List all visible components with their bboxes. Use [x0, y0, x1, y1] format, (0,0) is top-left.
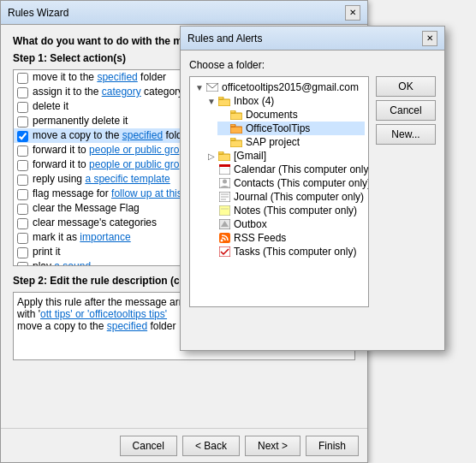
tree-item-contacts[interactable]: ▷ Contacts (This computer only): [205, 176, 365, 190]
choose-folder-label: Choose a folder:: [189, 59, 436, 71]
officetooltips-label: OfficeToolTips: [246, 122, 310, 134]
svg-rect-1: [218, 99, 230, 106]
tree-item-officetooltips[interactable]: ▷ OfficeToolTips: [217, 122, 365, 135]
journal-icon: [217, 191, 231, 203]
documents-label: Documents: [246, 109, 298, 121]
main-close-button[interactable]: ✕: [345, 5, 360, 21]
svg-rect-12: [219, 164, 230, 167]
tree-item-journal[interactable]: ▷ Journal (This computer only): [205, 190, 365, 204]
template-link[interactable]: a specific template: [85, 173, 170, 185]
dialog-title: Rules and Alerts: [187, 33, 262, 45]
svg-rect-5: [230, 127, 242, 134]
inbox-label: Inbox (4): [234, 95, 274, 107]
action-checkbox-8[interactable]: [17, 189, 28, 200]
next-button[interactable]: Next >: [245, 436, 300, 456]
tree-item-inbox[interactable]: ▼ Inbox (4): [205, 94, 365, 108]
tree-item-outbox[interactable]: ▷ Outbox: [205, 217, 365, 231]
outbox-label: Outbox: [234, 218, 267, 230]
svg-rect-10: [218, 151, 223, 154]
svg-rect-24: [219, 233, 230, 243]
svg-rect-4: [230, 110, 235, 113]
tree-item-calendar[interactable]: ▷ Calendar (This computer only): [205, 163, 365, 176]
svg-rect-6: [230, 124, 235, 127]
action-checkbox-6[interactable]: [17, 160, 28, 171]
sap-label: SAP project: [246, 136, 300, 148]
rss-icon: [217, 232, 231, 244]
tasks-icon: [217, 246, 231, 258]
svg-point-25: [220, 240, 223, 242]
dialog-close-button[interactable]: ✕: [422, 31, 437, 46]
action-checkbox-7[interactable]: [17, 175, 28, 186]
finish-button[interactable]: Finish: [306, 436, 359, 456]
title-bar: Rules Wizard ✕: [1, 1, 367, 25]
window-title: Rules Wizard: [8, 7, 68, 19]
tree-item-sap[interactable]: ▷ SAP project: [217, 135, 365, 149]
action-checkbox-0[interactable]: [17, 73, 28, 84]
rss-label: RSS Feeds: [234, 232, 286, 244]
action-checkbox-3[interactable]: [17, 116, 28, 128]
contacts-label: Contacts (This computer only): [234, 177, 369, 189]
ok-button[interactable]: OK: [376, 76, 436, 97]
outbox-icon: [217, 218, 231, 230]
new-button[interactable]: New...: [376, 124, 436, 145]
svg-rect-3: [230, 113, 242, 120]
contacts-icon: [217, 177, 231, 189]
action-checkbox-12[interactable]: [17, 247, 28, 258]
action-checkbox-10[interactable]: [17, 218, 28, 229]
tree-arrow-email: ▼: [193, 83, 205, 92]
specified-folder-link[interactable]: specified: [107, 320, 147, 332]
email-account-icon: [205, 81, 219, 93]
notes-icon: [217, 205, 231, 217]
tasks-label: Tasks (This computer only): [234, 246, 356, 258]
notes-label: Notes (This computer only): [234, 205, 357, 217]
dialog-title-bar: Rules and Alerts ✕: [181, 27, 444, 50]
tips-link[interactable]: ott tips' or 'officetooltips tips': [40, 308, 167, 320]
sap-folder-icon: [229, 136, 243, 148]
action-checkbox-5[interactable]: [17, 145, 28, 157]
importance-link[interactable]: importance: [80, 231, 130, 243]
inbox-folder-icon: [217, 95, 231, 107]
action-checkbox-4[interactable]: [17, 131, 28, 142]
tree-arrow-inbox: ▼: [205, 97, 217, 106]
svg-rect-8: [230, 138, 235, 140]
people-link-1[interactable]: people or public gro: [89, 144, 179, 156]
tree-item-gmail[interactable]: ▷ [Gmail]: [205, 149, 365, 163]
svg-rect-26: [219, 246, 230, 257]
followup-link[interactable]: follow up at this: [111, 187, 182, 199]
email-account-label: officetooltips2015@gmail.com: [222, 81, 359, 93]
dialog-cancel-button[interactable]: Cancel: [376, 100, 436, 121]
svg-rect-20: [219, 205, 230, 216]
officetooltips-folder-icon: [229, 122, 243, 134]
tree-item-documents[interactable]: ▷ Documents: [217, 108, 365, 122]
specified-link-0[interactable]: specified: [97, 71, 137, 83]
gmail-folder-icon: [217, 150, 231, 162]
action-checkbox-13[interactable]: [17, 262, 28, 266]
tree-item-rss[interactable]: ▷ RSS Feeds: [205, 231, 365, 245]
tree-arrow-gmail: ▷: [205, 151, 217, 161]
action-checkbox-1[interactable]: [17, 87, 28, 98]
action-checkbox-9[interactable]: [17, 204, 28, 215]
calendar-label: Calendar (This computer only): [234, 163, 369, 175]
action-checkbox-2[interactable]: [17, 102, 28, 113]
tree-item-email[interactable]: ▼ officetooltips2015@gmail.com: [193, 80, 365, 94]
tree-item-tasks[interactable]: ▷ Tasks (This computer only): [205, 245, 365, 258]
gmail-label: [Gmail]: [234, 150, 266, 162]
people-link-2[interactable]: people or public gro: [89, 158, 179, 170]
category-link[interactable]: category: [102, 86, 141, 98]
tree-item-notes[interactable]: ▷ Notes (This computer only): [205, 204, 365, 217]
action-checkbox-11[interactable]: [17, 233, 28, 244]
journal-label: Journal (This computer only): [234, 191, 364, 203]
cancel-button[interactable]: Cancel: [120, 436, 177, 456]
svg-rect-11: [219, 166, 230, 175]
documents-folder-icon: [229, 109, 243, 121]
rules-alerts-dialog: Rules and Alerts ✕ Choose a folder: ▼ of…: [180, 26, 445, 351]
svg-rect-7: [230, 140, 242, 147]
sound-link[interactable]: a sound: [54, 260, 91, 266]
svg-rect-2: [218, 97, 223, 99]
svg-point-15: [223, 180, 227, 184]
svg-rect-9: [218, 154, 230, 161]
back-button[interactable]: < Back: [182, 436, 240, 456]
bottom-buttons: Cancel < Back Next > Finish: [1, 428, 367, 462]
specified-link-1[interactable]: specified: [122, 129, 163, 141]
calendar-icon: [217, 163, 231, 175]
